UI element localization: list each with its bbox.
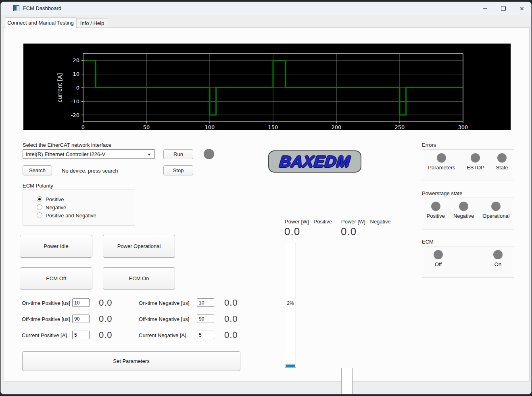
tab-info-help[interactable]: Info / Help [76, 18, 108, 28]
baxedm-logo-text: BAXEDM [279, 153, 351, 171]
close-icon[interactable] [513, 2, 531, 15]
current-positive-input[interactable] [72, 331, 90, 339]
tab-connect-and-manual-testing[interactable]: Connect and Manual Testing [5, 17, 76, 28]
stop-button-label: Stop [173, 167, 184, 173]
ecm-off-label: ECM Off [46, 275, 66, 281]
svg-text:0: 0 [76, 85, 79, 91]
title-bar: ECM Dashboard [1, 2, 531, 15]
powerstage-operational-indicator: Operational [482, 198, 509, 219]
stop-button[interactable]: Stop [163, 165, 193, 175]
param-readout: 0.0 [99, 330, 113, 340]
powerstage-negative-indicator: Negative [453, 198, 474, 219]
interface-combobox[interactable]: Intel(R) Ethernet Controller I226-V [23, 149, 155, 159]
ecm-off-indicator: Off [434, 246, 443, 267]
off-time-negative-input[interactable] [197, 315, 214, 323]
polarity-group-title: ECM Polarity [23, 183, 53, 189]
power-negative-label: Power [W] - Negative [341, 219, 391, 225]
status-light-icon [471, 153, 480, 163]
radio-negative[interactable]: Negative [37, 203, 135, 211]
radio-positive-and-negative[interactable]: Positive and Negative [37, 211, 135, 219]
param-label: On-time Positive [us] [22, 300, 70, 306]
tab-label: Connect and Manual Testing [7, 20, 74, 26]
power-operational-button[interactable]: Power Operational [103, 235, 175, 258]
radio-positive[interactable]: Positive [37, 195, 135, 203]
search-status-text: No device, press search [62, 168, 118, 174]
run-button-label: Run [173, 151, 183, 157]
radio-icon [37, 213, 42, 218]
current-negative-input[interactable] [197, 331, 214, 339]
svg-text:-10: -10 [71, 98, 79, 104]
off-time-positive-input[interactable] [72, 315, 90, 323]
set-parameters-label: Set Parameters [113, 358, 149, 364]
svg-text:250: 250 [395, 124, 405, 130]
param-label: Off-time Positive [us] [22, 316, 70, 322]
powerstage-positive-indicator: Positive [426, 198, 445, 219]
svg-text:0: 0 [81, 124, 85, 130]
minimize-icon[interactable] [476, 2, 494, 15]
interface-selected-value: Intel(R) Ethernet Controller I226-V [26, 151, 105, 157]
current-chart-svg: 050100150200250300-20-1001020current [A] [23, 44, 511, 130]
power-positive-value: 0.0 [284, 225, 300, 238]
ecm-off-button[interactable]: ECM Off [20, 267, 92, 290]
param-row: Off-time Negative [us] 0.0 [139, 315, 260, 323]
indicator-label: On [494, 261, 501, 267]
status-light-icon [459, 202, 468, 211]
status-light-icon [491, 202, 501, 211]
param-label: On-time Negative [us] [139, 300, 190, 306]
power-positive-percent: 2% [285, 300, 296, 306]
indicator-label: Positive [426, 213, 445, 219]
polarity-groupbox: Positive Negative Positive and Negative [23, 190, 135, 226]
param-readout: 0.0 [99, 298, 113, 308]
window-title: ECM Dashboard [23, 5, 61, 11]
svg-text:-20: -20 [71, 112, 79, 118]
param-readout: 0.0 [99, 314, 113, 324]
ecm-group-title: ECM [422, 239, 434, 245]
param-row: Current Positive [A] 0.0 [22, 331, 135, 340]
svg-text:20: 20 [73, 57, 79, 63]
power-positive-label: Power [W] - Positive [285, 219, 332, 225]
indicator-label: Negative [453, 213, 474, 219]
param-readout: 0.0 [224, 330, 238, 340]
ecm-groupbox: Off On [422, 246, 514, 278]
app-window: ECM Dashboard Connect and Manual Testing… [0, 2, 532, 394]
powerstage-groupbox: Positive Negative Operational [422, 198, 514, 229]
param-row: Current Negative [A] 0.0 [139, 331, 260, 340]
error-state-indicator: State [496, 150, 508, 171]
svg-text:150: 150 [268, 124, 278, 130]
indicator-label: Parameters [428, 165, 455, 171]
param-label: Current Positive [A] [22, 332, 67, 338]
indicator-label: Off [435, 261, 442, 267]
power-negative-bar: 2% [341, 368, 353, 394]
indicator-label: ESTOP [467, 165, 484, 171]
param-row: Off-time Positive [us] 0.0 [22, 315, 135, 323]
error-parameters-indicator: Parameters [428, 150, 455, 171]
radio-label: Negative [46, 204, 66, 211]
status-light-icon [493, 250, 503, 259]
chevron-down-icon [148, 154, 151, 156]
on-time-positive-input[interactable] [72, 298, 90, 307]
radio-label: Positive and Negative [46, 213, 96, 219]
errors-group-title: Errors [422, 142, 436, 148]
svg-text:10: 10 [73, 71, 79, 77]
errors-groupbox: Parameters ESTOP State [422, 149, 514, 181]
param-readout: 0.0 [224, 298, 238, 308]
ecm-on-button[interactable]: ECM On [103, 267, 175, 290]
power-idle-button[interactable]: Power Idle [20, 235, 92, 258]
svg-text:100: 100 [205, 124, 215, 130]
set-parameters-button[interactable]: Set Parameters [22, 351, 240, 371]
power-operational-label: Power Operational [117, 243, 161, 249]
tab-content-panel: 050100150200250300-20-1001020current [A]… [4, 27, 530, 381]
baxedm-logo: BAXEDM [268, 150, 361, 173]
status-light-icon [497, 153, 507, 163]
param-row: On-time Negative [us] 0.0 [139, 298, 260, 307]
maximize-icon[interactable] [494, 2, 513, 15]
search-button[interactable]: Search [23, 165, 52, 175]
indicator-label: Operational [482, 213, 509, 219]
run-button[interactable]: Run [163, 149, 193, 159]
power-idle-label: Power Idle [44, 243, 68, 249]
interface-select-label: Select the EtherCAT network interface [23, 142, 111, 148]
on-time-negative-input[interactable] [197, 298, 214, 307]
ecm-on-indicator: On [493, 246, 503, 267]
powerstage-group-title: Powerstage state [422, 190, 462, 196]
svg-text:200: 200 [332, 124, 342, 130]
